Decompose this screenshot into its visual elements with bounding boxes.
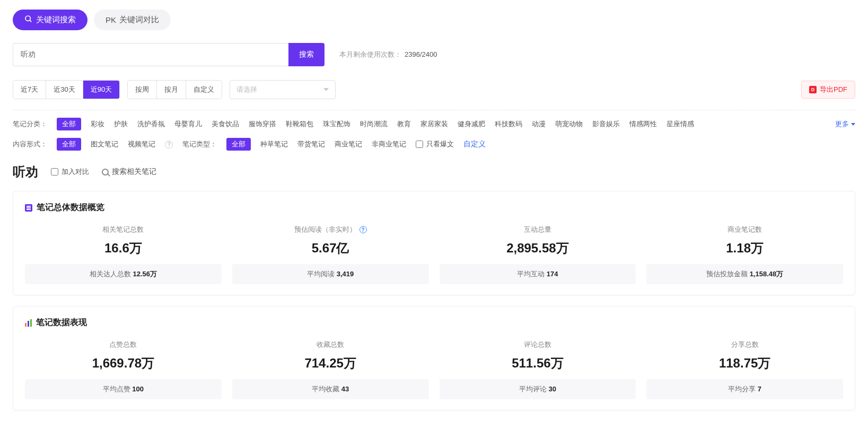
pdf-icon: D [809, 86, 817, 93]
metric-item: 收藏总数 714.25万 平均收藏 43 [232, 340, 429, 399]
svg-line-1 [30, 20, 31, 22]
card-title: 笔记总体数据概览 [25, 202, 843, 213]
metric-sub: 平均点赞 100 [25, 379, 222, 399]
category-item[interactable]: 教育 [397, 119, 411, 129]
note-type-item[interactable]: 非商业笔记 [372, 139, 406, 149]
metric-value: 2,895.58万 [440, 240, 636, 257]
metric-value: 714.25万 [232, 355, 429, 372]
help-icon[interactable]: ? [165, 141, 173, 148]
metric-value: 1,669.78万 [25, 355, 222, 372]
category-item[interactable]: 情感两性 [629, 119, 657, 129]
chevron-down-icon [851, 123, 855, 126]
granularity-group: 按周 按月 自定义 [127, 80, 222, 99]
hot-custom-link[interactable]: 自定义 [463, 139, 486, 149]
metric-item: 分享总数 118.75万 平均分享 7 [646, 340, 843, 399]
note-type-item[interactable]: 带货笔记 [297, 139, 325, 149]
metric-label: 预估阅读（非实时）? [294, 225, 367, 234]
info-icon[interactable]: ? [360, 226, 367, 233]
granularity-custom[interactable]: 自定义 [186, 81, 222, 99]
category-item[interactable]: 彩妆 [91, 119, 104, 129]
time-range-7d[interactable]: 近7天 [13, 81, 46, 99]
category-item[interactable]: 家居家装 [420, 119, 448, 129]
divider [13, 110, 855, 110]
metric-label: 收藏总数 [317, 340, 344, 349]
metric-sub: 预估投放金额 1,158.48万 [646, 264, 843, 284]
category-item[interactable]: 科技数码 [495, 119, 522, 129]
metric-item: 预估阅读（非实时）? 5.67亿 平均阅读 3,419 [232, 225, 429, 284]
add-compare-checkbox[interactable]: 加入对比 [51, 167, 89, 177]
note-type-item[interactable]: 商业笔记 [335, 139, 362, 149]
hot-only-input[interactable] [416, 141, 423, 148]
metric-item: 商业笔记数 1.18万 预估投放金额 1,158.48万 [646, 225, 843, 284]
bar-chart-icon [25, 319, 32, 327]
category-item[interactable]: 母婴育儿 [174, 119, 202, 129]
category-item[interactable]: 影音娱乐 [592, 119, 620, 129]
category-item[interactable]: 珠宝配饰 [323, 119, 350, 129]
hot-only-checkbox[interactable]: 只看爆文 [416, 139, 454, 149]
time-range-group: 近7天 近30天 近90天 [13, 80, 120, 99]
search-input[interactable] [13, 43, 288, 66]
metric-sub: 相关达人总数 12.56万 [25, 264, 222, 284]
note-type-all[interactable]: 全部 [226, 138, 251, 151]
filter-label: 内容形式： [13, 139, 47, 149]
metric-label: 点赞总数 [109, 340, 137, 349]
export-pdf-button[interactable]: D 导出PDF [801, 81, 855, 99]
overview-card: 笔记总体数据概览 相关笔记总数 16.6万 相关达人总数 12.56万 预估阅读… [13, 191, 855, 295]
performance-card: 笔记数据表现 点赞总数 1,669.78万 平均点赞 100 收藏总数 714.… [13, 306, 855, 410]
category-item[interactable]: 鞋靴箱包 [286, 119, 313, 129]
metric-item: 相关笔记总数 16.6万 相关达人总数 12.56万 [25, 225, 222, 284]
metric-label: 评论总数 [524, 340, 551, 349]
time-range-90d[interactable]: 近90天 [83, 81, 119, 99]
metric-value: 118.75万 [646, 355, 843, 372]
result-keyword-title: 听劝 [13, 163, 38, 180]
search-related-notes[interactable]: 搜索相关笔记 [102, 167, 156, 177]
metric-sub: 平均评论 30 [440, 379, 636, 399]
tab-keyword-compare[interactable]: PK 关键词对比 [94, 10, 171, 30]
metric-item: 互动总量 2,895.58万 平均互动 174 [440, 225, 636, 284]
list-icon [25, 204, 32, 212]
filter-label: 笔记分类： [13, 119, 47, 129]
time-range-30d[interactable]: 近30天 [46, 81, 83, 99]
content-form-item[interactable]: 视频笔记 [128, 139, 155, 149]
add-compare-input[interactable] [51, 168, 58, 176]
category-item[interactable]: 护肤 [114, 119, 128, 129]
category-item[interactable]: 健身减肥 [458, 119, 485, 129]
metric-value: 1.18万 [646, 240, 843, 257]
metric-sub: 平均阅读 3,419 [232, 264, 429, 284]
category-all[interactable]: 全部 [57, 118, 81, 130]
tab-label: 关键词搜索 [36, 15, 76, 25]
content-form-item[interactable]: 图文笔记 [91, 139, 118, 149]
content-form-all[interactable]: 全部 [57, 138, 81, 151]
metric-label: 互动总量 [524, 225, 551, 234]
metric-sub: 平均分享 7 [646, 379, 843, 399]
metric-item: 评论总数 511.56万 平均评论 30 [440, 340, 636, 399]
granularity-month[interactable]: 按月 [157, 81, 186, 99]
tab-keyword-search[interactable]: 关键词搜索 [13, 10, 87, 30]
category-item[interactable]: 洗护香氛 [137, 119, 165, 129]
chevron-down-icon [323, 88, 329, 91]
category-item[interactable]: 萌宠动物 [555, 119, 583, 129]
tab-label: 关键词对比 [119, 15, 159, 25]
category-item[interactable]: 时尚潮流 [360, 119, 388, 129]
category-item[interactable]: 服饰穿搭 [249, 119, 276, 129]
search-icon [24, 15, 33, 25]
card-title: 笔记数据表现 [25, 317, 843, 328]
note-type-item[interactable]: 种草笔记 [260, 139, 288, 149]
category-item[interactable]: 星座情感 [667, 119, 694, 129]
metric-sub: 平均互动 174 [440, 264, 636, 284]
category-item[interactable]: 动漫 [532, 119, 546, 129]
metric-value: 16.6万 [25, 240, 222, 257]
metric-item: 点赞总数 1,669.78万 平均点赞 100 [25, 340, 222, 399]
svg-point-0 [25, 16, 30, 21]
usage-counter: 本月剩余使用次数：2396/2400 [339, 50, 437, 59]
metric-sub: 平均收藏 43 [232, 379, 429, 399]
metric-label: 分享总数 [731, 340, 759, 349]
metric-label: 商业笔记数 [727, 225, 762, 234]
category-item[interactable]: 美食饮品 [212, 119, 239, 129]
category-more[interactable]: 更多 [835, 119, 855, 129]
search-button[interactable]: 搜索 [288, 43, 325, 66]
metric-value: 5.67亿 [232, 240, 429, 257]
granularity-week[interactable]: 按周 [128, 81, 157, 99]
search-icon [102, 169, 109, 176]
date-select[interactable]: 请选择 [230, 80, 336, 99]
